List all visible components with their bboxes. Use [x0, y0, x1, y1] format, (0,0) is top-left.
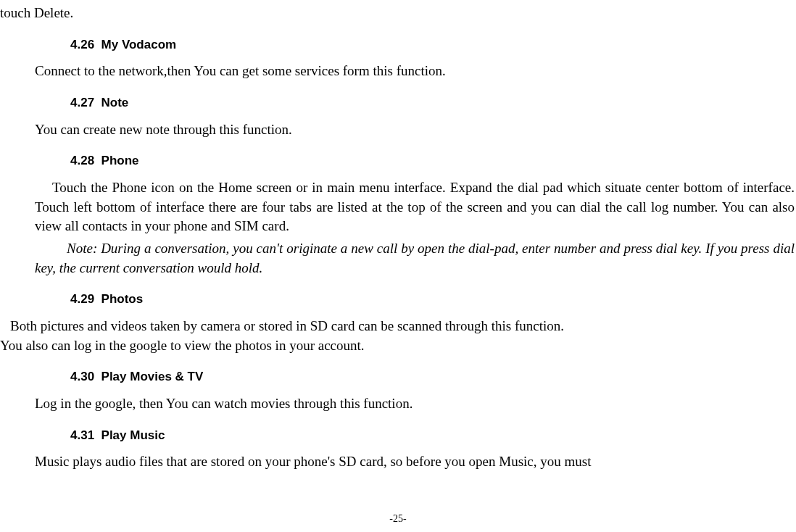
body-4-29-b: You also can log in the google to view t…	[0, 336, 796, 356]
body-4-30: Log in the google, then You can watch mo…	[0, 394, 796, 414]
heading-4-26: 4.26 My Vodacom	[0, 36, 796, 54]
heading-num: 4.31	[70, 428, 94, 442]
note-4-28: Note: During a conversation, you can't o…	[0, 239, 796, 278]
body-4-29-a: Both pictures and videos taken by camera…	[0, 317, 796, 336]
body-4-28: Touch the Phone icon on the Home screen …	[0, 178, 796, 236]
document-page: touch Delete. 4.26 My Vodacom Connect to…	[0, 0, 796, 532]
heading-title: My Vodacom	[101, 38, 177, 51]
heading-title: Phone	[101, 154, 139, 167]
heading-num: 4.29	[70, 292, 94, 306]
heading-num: 4.30	[70, 370, 94, 383]
heading-4-31: 4.31 Play Music	[0, 427, 796, 444]
heading-title: Photos	[101, 292, 144, 306]
body-4-31: Music plays audio files that are stored …	[0, 452, 796, 472]
heading-num: 4.26	[70, 38, 94, 51]
body-4-27: You can create new note through this fun…	[0, 120, 796, 140]
heading-num: 4.27	[70, 96, 94, 109]
heading-4-28: 4.28 Phone	[0, 152, 796, 170]
heading-title: Play Movies & TV	[101, 370, 204, 383]
body-4-26: Connect to the network,then You can get …	[0, 62, 796, 81]
heading-4-30: 4.30 Play Movies & TV	[0, 368, 796, 386]
heading-4-27: 4.27 Note	[0, 94, 796, 112]
heading-title: Note	[101, 96, 129, 109]
heading-title: Play Music	[101, 428, 165, 442]
heading-num: 4.28	[70, 154, 94, 167]
page-number: -25-	[0, 512, 796, 526]
heading-4-29: 4.29 Photos	[0, 291, 796, 308]
fragment-line: touch Delete.	[0, 4, 796, 23]
